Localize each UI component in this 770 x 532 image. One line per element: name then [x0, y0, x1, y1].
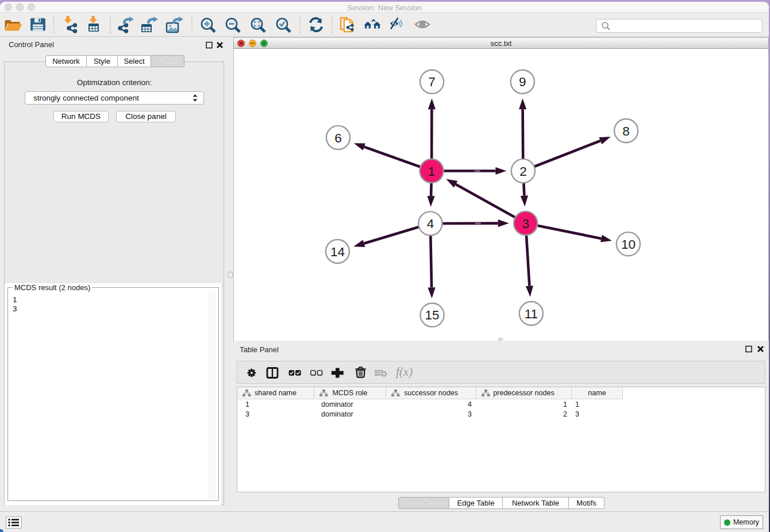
svg-text:9: 9	[519, 75, 526, 89]
svg-text:15: 15	[425, 308, 440, 322]
svg-text:4: 4	[427, 217, 434, 231]
svg-text:8: 8	[622, 124, 630, 138]
svg-text:2: 2	[519, 164, 527, 179]
svg-text:10: 10	[621, 237, 636, 252]
svg-text:7: 7	[428, 75, 436, 89]
svg-text:11: 11	[525, 307, 538, 321]
svg-text:1: 1	[428, 164, 436, 179]
svg-text:3: 3	[522, 217, 529, 231]
svg-text:6: 6	[334, 131, 342, 145]
svg-text:14: 14	[330, 245, 345, 259]
